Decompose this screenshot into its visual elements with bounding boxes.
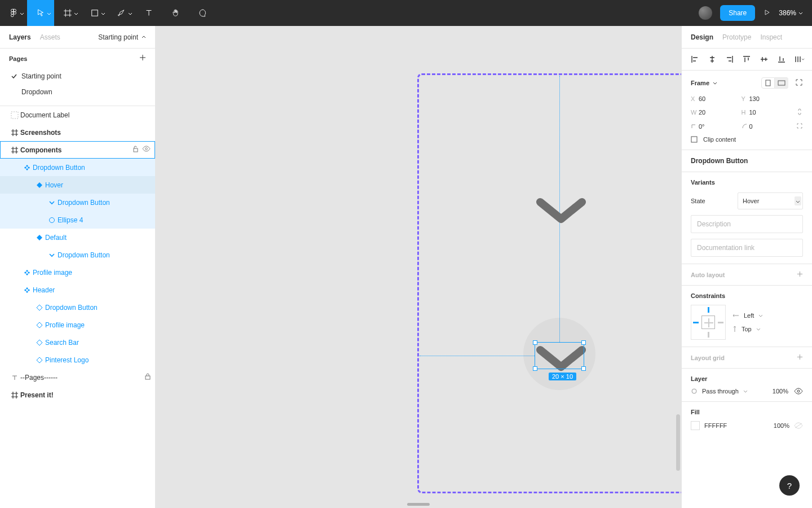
variant-state-select[interactable]: Hover xyxy=(738,192,803,209)
layer-row[interactable]: Dropdown Button xyxy=(0,246,155,264)
constraint-v-dropdown[interactable]: Top xyxy=(732,326,763,332)
layer-row[interactable]: Ellipse 4 xyxy=(0,211,155,229)
radius-value[interactable]: 0 xyxy=(749,123,792,130)
align-vcenter-button[interactable] xyxy=(758,53,770,65)
layer-row[interactable]: Profile image xyxy=(0,316,155,334)
clip-content-row[interactable]: Clip content xyxy=(691,136,803,143)
variant-default-chevron[interactable] xyxy=(536,195,586,226)
selection-bounding-box[interactable] xyxy=(535,342,584,369)
share-button[interactable]: Share xyxy=(720,5,755,21)
lock-icon[interactable] xyxy=(145,373,151,382)
v-arrow-icon xyxy=(732,326,737,332)
canvas[interactable]: 20 × 10 xyxy=(156,26,681,508)
resize-handle-tl[interactable] xyxy=(533,340,537,345)
add-layout-grid-button[interactable] xyxy=(797,354,803,361)
frame-tool-button[interactable] xyxy=(54,0,81,26)
y-value[interactable]: 130 xyxy=(749,95,792,102)
independent-corners-button[interactable] xyxy=(796,122,803,130)
layer-row[interactable]: Pinterest Logo xyxy=(0,351,155,369)
variant-state-label: State xyxy=(691,198,705,204)
add-autolayout-button[interactable] xyxy=(797,271,803,278)
rotation-value[interactable]: 0° xyxy=(699,123,742,130)
variant-description-input[interactable]: Description xyxy=(691,215,803,233)
panel-resize-handle[interactable] xyxy=(407,503,430,506)
layer-label: Search Bar xyxy=(45,339,151,347)
resize-handle-bl[interactable] xyxy=(533,366,537,371)
help-button[interactable]: ? xyxy=(779,475,800,496)
eye-hidden-icon[interactable] xyxy=(794,422,803,429)
canvas-scrollbar[interactable] xyxy=(676,414,680,471)
caret-down-icon xyxy=(756,328,761,331)
shape-tool-button[interactable] xyxy=(81,0,108,26)
blend-mode-dropdown[interactable]: Pass through xyxy=(691,388,748,395)
layer-row[interactable]: --Pages------ xyxy=(0,369,155,386)
variant-doclink-input[interactable]: Documentation link xyxy=(691,239,803,257)
h-value[interactable]: 10 xyxy=(749,109,792,116)
hand-tool-button[interactable] xyxy=(162,0,189,26)
layer-row[interactable]: Default xyxy=(0,229,155,246)
layer-row[interactable]: Document Label xyxy=(0,106,155,124)
landscape-button[interactable] xyxy=(775,77,788,89)
tab-design[interactable]: Design xyxy=(691,33,713,41)
align-bottom-button[interactable] xyxy=(775,53,788,65)
page-row[interactable]: Dropdown xyxy=(9,84,146,100)
x-value[interactable]: 60 xyxy=(699,95,742,102)
comment-tool-button[interactable] xyxy=(189,0,217,26)
blend-icon xyxy=(691,388,698,395)
rotation-icon xyxy=(691,123,699,130)
fill-opacity-value[interactable]: 100% xyxy=(774,422,789,429)
layer-row[interactable]: Search Bar xyxy=(0,334,155,351)
portrait-button[interactable] xyxy=(761,77,775,89)
align-right-button[interactable] xyxy=(723,53,736,65)
layer-row[interactable]: Dropdown Button xyxy=(0,159,155,176)
fill-swatch[interactable] xyxy=(691,421,700,430)
component-name: Dropdown Button xyxy=(691,157,803,165)
link-icon xyxy=(796,108,803,116)
layer-type-icon xyxy=(46,200,58,205)
tab-assets[interactable]: Assets xyxy=(40,33,60,41)
text-tool-button[interactable] xyxy=(135,0,162,26)
tab-prototype[interactable]: Prototype xyxy=(722,33,751,41)
align-left-button[interactable] xyxy=(689,53,701,65)
user-avatar[interactable] xyxy=(699,6,712,20)
layer-row[interactable]: Dropdown Button xyxy=(0,299,155,316)
layer-row[interactable]: Screenshots xyxy=(0,124,155,141)
resize-handle-tr[interactable] xyxy=(581,340,586,345)
resize-handle-br[interactable] xyxy=(581,366,586,371)
align-hcenter-button[interactable] xyxy=(706,53,718,65)
w-value[interactable]: 20 xyxy=(699,109,742,116)
constraints-title: Constraints xyxy=(691,292,725,299)
align-top-button[interactable] xyxy=(740,53,753,65)
resize-to-fit-button[interactable] xyxy=(795,78,803,88)
constraints-widget[interactable] xyxy=(691,305,726,340)
page-row[interactable]: Starting point xyxy=(9,68,146,84)
fill-hex-value[interactable]: FFFFFF xyxy=(704,422,727,429)
main-menu-button[interactable] xyxy=(0,0,27,26)
layer-row[interactable]: Hover xyxy=(0,176,155,194)
component-set-frame[interactable] xyxy=(417,73,681,493)
layer-row[interactable]: Header xyxy=(0,281,155,299)
add-page-button[interactable] xyxy=(139,54,146,63)
unlock-icon[interactable] xyxy=(133,146,139,154)
tab-inspect[interactable]: Inspect xyxy=(760,33,782,41)
tidy-up-button[interactable] xyxy=(793,53,805,65)
autolayout-section: Auto layout xyxy=(682,264,812,286)
svg-rect-5 xyxy=(145,376,150,379)
move-tool-button[interactable] xyxy=(27,0,54,26)
present-button[interactable] xyxy=(763,8,771,18)
layer-row[interactable]: Components xyxy=(0,141,155,159)
eye-icon[interactable] xyxy=(794,388,803,395)
page-picker-dropdown[interactable]: Starting point xyxy=(98,33,146,41)
pen-tool-button[interactable] xyxy=(108,0,135,26)
eye-icon[interactable] xyxy=(142,146,151,154)
constrain-proportions-button[interactable] xyxy=(796,108,803,117)
layer-row[interactable]: Present it! xyxy=(0,386,155,404)
opacity-value[interactable]: 100% xyxy=(773,388,788,395)
constraint-h-dropdown[interactable]: Left xyxy=(732,312,763,319)
layer-row[interactable]: Dropdown Button xyxy=(0,194,155,211)
layer-row[interactable]: Profile image xyxy=(0,264,155,281)
layer-type-icon xyxy=(9,129,20,137)
tab-layers[interactable]: Layers xyxy=(9,33,31,41)
zoom-dropdown[interactable]: 386% xyxy=(779,9,803,17)
svg-rect-2 xyxy=(134,148,138,152)
